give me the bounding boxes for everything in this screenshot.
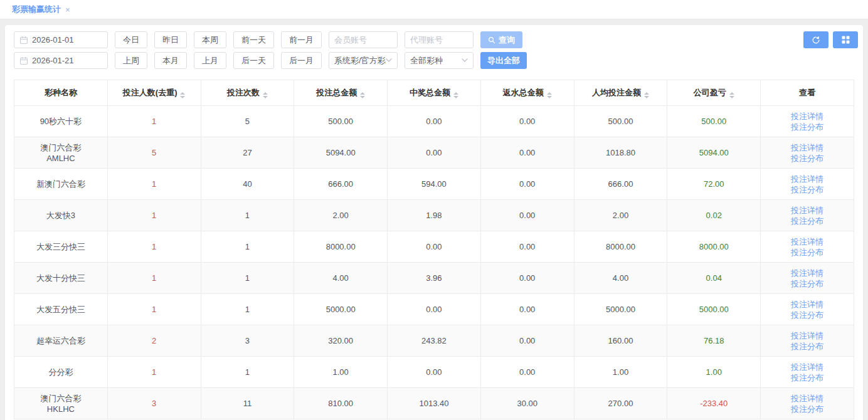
bet-total-amount: 2.00 [294, 200, 388, 231]
avg-bet-amount: 4.00 [574, 263, 667, 294]
grid-view-button[interactable] [833, 31, 858, 48]
sort-caret-icon[interactable] [360, 92, 365, 98]
member-account-input[interactable] [334, 35, 392, 45]
sort-caret-icon[interactable] [729, 92, 734, 98]
avg-bet-amount: 8000.00 [574, 231, 667, 263]
date-from-picker[interactable] [14, 31, 108, 48]
column-header: 查看 [761, 80, 854, 106]
column-header[interactable]: 人均投注金额 [574, 80, 667, 106]
quick-range-button[interactable]: 今日 [115, 31, 147, 48]
company-profit: 8000.00 [667, 231, 761, 263]
quick-range-button[interactable]: 前一月 [281, 31, 322, 48]
bet-players-count: 1 [107, 231, 201, 263]
bet-detail-link[interactable]: 投注详情 [761, 268, 854, 278]
company-profit: 76.18 [667, 325, 761, 357]
agent-account-input[interactable] [410, 35, 468, 45]
quick-range-button[interactable]: 本周 [194, 31, 226, 48]
avg-bet-amount: 1018.80 [574, 137, 667, 169]
rebate-total-amount: 0.00 [480, 137, 574, 169]
bet-players-count: 1 [107, 294, 201, 325]
bet-detail-link[interactable]: 投注详情 [761, 362, 854, 372]
column-header[interactable]: 公司盈亏 [667, 80, 761, 106]
bet-distribution-link[interactable]: 投注分布 [761, 404, 854, 414]
quick-range-button[interactable]: 上周 [115, 52, 147, 69]
bet-distribution-link[interactable]: 投注分布 [761, 184, 854, 195]
date-from-input[interactable] [32, 35, 102, 45]
bet-total-amount: 500.00 [294, 106, 388, 137]
sort-caret-icon[interactable] [180, 92, 185, 98]
company-profit: 0.04 [667, 263, 761, 294]
lottery-type-select[interactable]: 全部彩种 [405, 52, 474, 69]
view-cell: 投注详情投注分布 [761, 169, 854, 200]
refresh-button[interactable] [803, 31, 828, 48]
bet-players-count: 1 [107, 200, 201, 231]
member-account-field[interactable] [329, 31, 398, 48]
bet-distribution-link[interactable]: 投注分布 [761, 372, 854, 383]
bet-detail-link[interactable]: 投注详情 [761, 111, 854, 122]
bet-distribution-link[interactable]: 投注分布 [761, 122, 854, 132]
corner-buttons [803, 31, 858, 48]
sort-caret-icon[interactable] [453, 92, 458, 98]
avg-bet-amount: 160.00 [574, 325, 667, 357]
lottery-name: 大发快3 [14, 200, 108, 231]
sort-caret-icon[interactable] [644, 92, 649, 98]
bet-count: 40 [201, 169, 294, 200]
export-all-button[interactable]: 导出全部 [480, 52, 527, 69]
bet-total-amount: 8000.00 [294, 231, 388, 263]
stats-table: 彩种名称投注人数(去重)投注次数投注总金额中奖总金额返水总金额人均投注金额公司盈… [14, 80, 854, 419]
search-button[interactable]: 查询 [480, 31, 522, 48]
agent-account-field[interactable] [405, 31, 474, 48]
lottery-name: 澳门六合彩HKLHC [14, 388, 108, 419]
table-row: 90秒六十彩15500.000.000.00500.00500.00投注详情投注… [14, 106, 854, 137]
quick-range-button[interactable]: 前一天 [233, 31, 274, 48]
lottery-name: 新澳门六合彩 [14, 169, 108, 200]
bet-detail-link[interactable]: 投注详情 [761, 174, 854, 184]
table-row: 大发五分快三115000.000.000.005000.005000.00投注详… [14, 294, 854, 325]
bet-players-count: 1 [107, 357, 201, 388]
refresh-icon [812, 36, 820, 45]
avg-bet-amount: 270.00 [574, 388, 667, 419]
filter-row-1: 今日昨日本周前一天前一月 查询 [14, 31, 854, 48]
close-icon[interactable]: × [65, 5, 70, 14]
date-to-picker[interactable] [14, 52, 108, 69]
bet-detail-link[interactable]: 投注详情 [761, 330, 854, 341]
date-to-input[interactable] [32, 56, 102, 65]
quick-range-button[interactable]: 上月 [194, 52, 226, 69]
bet-distribution-link[interactable]: 投注分布 [761, 153, 854, 164]
win-total-amount: 3.96 [388, 263, 481, 294]
sort-caret-icon[interactable] [547, 92, 552, 98]
quick-range-button[interactable]: 后一月 [281, 52, 322, 69]
quick-range-button[interactable]: 后一天 [233, 52, 274, 69]
grid-icon [842, 36, 850, 44]
bet-distribution-link[interactable]: 投注分布 [761, 278, 854, 289]
column-header[interactable]: 返水总金额 [480, 80, 574, 106]
bet-distribution-link[interactable]: 投注分布 [761, 341, 854, 352]
bet-detail-link[interactable]: 投注详情 [761, 299, 854, 310]
table-row: 分分彩111.000.000.001.001.00投注详情投注分布 [14, 357, 854, 388]
tab-lottery-stats[interactable]: 彩票输赢统计 × [12, 4, 70, 15]
bet-distribution-link[interactable]: 投注分布 [761, 216, 854, 226]
quick-range-button[interactable]: 本月 [154, 52, 187, 69]
win-total-amount: 243.82 [388, 325, 481, 357]
bet-total-amount: 810.00 [294, 388, 388, 419]
sort-caret-icon[interactable] [263, 92, 268, 98]
bet-players-count: 2 [107, 325, 201, 357]
bet-distribution-link[interactable]: 投注分布 [761, 310, 854, 320]
column-header[interactable]: 投注次数 [201, 80, 294, 106]
bet-detail-link[interactable]: 投注详情 [761, 142, 854, 153]
bet-detail-link[interactable]: 投注详情 [761, 205, 854, 216]
bet-players-count: 1 [107, 106, 201, 137]
bet-detail-link[interactable]: 投注详情 [761, 393, 854, 404]
bet-total-amount: 320.00 [294, 325, 388, 357]
quick-range-button[interactable]: 昨日 [154, 31, 187, 48]
column-header[interactable]: 投注总金额 [294, 80, 388, 106]
bet-distribution-link[interactable]: 投注分布 [761, 247, 854, 258]
company-profit: 72.00 [667, 169, 761, 200]
table-row: 大发十分快三114.003.960.004.000.04投注详情投注分布 [14, 263, 854, 294]
quick-buttons-row1: 今日昨日本周前一天前一月 [115, 31, 322, 48]
lottery-name: 90秒六十彩 [14, 106, 108, 137]
column-header[interactable]: 中奖总金额 [388, 80, 481, 106]
column-header[interactable]: 投注人数(去重) [107, 80, 201, 106]
bet-detail-link[interactable]: 投注详情 [761, 236, 854, 247]
category-select[interactable]: 系统彩/官方彩/ [329, 52, 398, 69]
